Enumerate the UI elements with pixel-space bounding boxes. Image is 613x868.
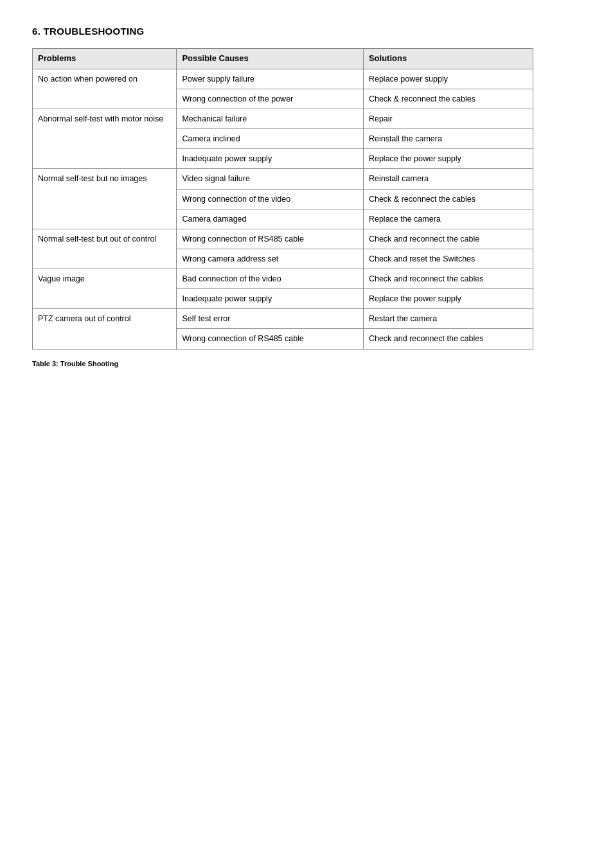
solution-cell: Replace power supply (363, 69, 533, 89)
cause-cell: Wrong connection of RS485 cable (177, 329, 363, 349)
solution-cell: Check and reconnect the cable (363, 229, 533, 249)
problem-cell: No action when powered on (33, 69, 177, 109)
table-row: Vague imageBad connection of the videoCh… (33, 269, 533, 289)
solution-cell: Check & reconnect the cables (363, 89, 533, 109)
table-row: Normal self-test but out of controlWrong… (33, 229, 533, 249)
cause-cell: Wrong connection of the power (177, 89, 363, 109)
solution-cell: Check and reconnect the cables (363, 269, 533, 289)
solution-cell: Repair (363, 109, 533, 129)
solution-cell: Reinstall the camera (363, 129, 533, 149)
solution-cell: Check and reconnect the cables (363, 329, 533, 349)
solution-cell: Replace the power supply (363, 289, 533, 309)
table-row: PTZ camera out of controlSelf test error… (33, 309, 533, 329)
section-title: 6. TROUBLESHOOTING (32, 26, 581, 37)
problem-cell: Normal self-test but out of control (33, 229, 177, 269)
table-row: Abnormal self-test with motor noiseMecha… (33, 109, 533, 129)
cause-cell: Self test error (177, 309, 363, 329)
cause-cell: Inadequate power supply (177, 149, 363, 169)
solution-cell: Reinstall camera (363, 169, 533, 189)
cause-cell: Mechanical failure (177, 109, 363, 129)
header-causes: Possible Causes (177, 49, 363, 69)
solution-cell: Restart the camera (363, 309, 533, 329)
troubleshooting-table: Problems Possible Causes Solutions No ac… (32, 48, 533, 350)
solution-cell: Check and reset the Switches (363, 249, 533, 269)
problem-cell: Abnormal self-test with motor noise (33, 109, 177, 169)
solution-cell: Check & reconnect the cables (363, 189, 533, 209)
cause-cell: Wrong camera address set (177, 249, 363, 269)
solution-cell: Replace the camera (363, 209, 533, 229)
table-row: No action when powered onPower supply fa… (33, 69, 533, 89)
cause-cell: Video signal failure (177, 169, 363, 189)
problem-cell: PTZ camera out of control (33, 309, 177, 349)
table-caption: Table 3: Trouble Shooting (32, 360, 581, 368)
problem-cell: Vague image (33, 269, 177, 309)
cause-cell: Bad connection of the video (177, 269, 363, 289)
header-problems: Problems (33, 49, 177, 69)
cause-cell: Camera inclined (177, 129, 363, 149)
table-row: Normal self-test but no imagesVideo sign… (33, 169, 533, 189)
cause-cell: Wrong connection of the video (177, 189, 363, 209)
cause-cell: Camera damaged (177, 209, 363, 229)
header-solutions: Solutions (363, 49, 533, 69)
cause-cell: Inadequate power supply (177, 289, 363, 309)
problem-cell: Normal self-test but no images (33, 169, 177, 229)
solution-cell: Replace the power supply (363, 149, 533, 169)
cause-cell: Power supply failure (177, 69, 363, 89)
cause-cell: Wrong connection of RS485 cable (177, 229, 363, 249)
